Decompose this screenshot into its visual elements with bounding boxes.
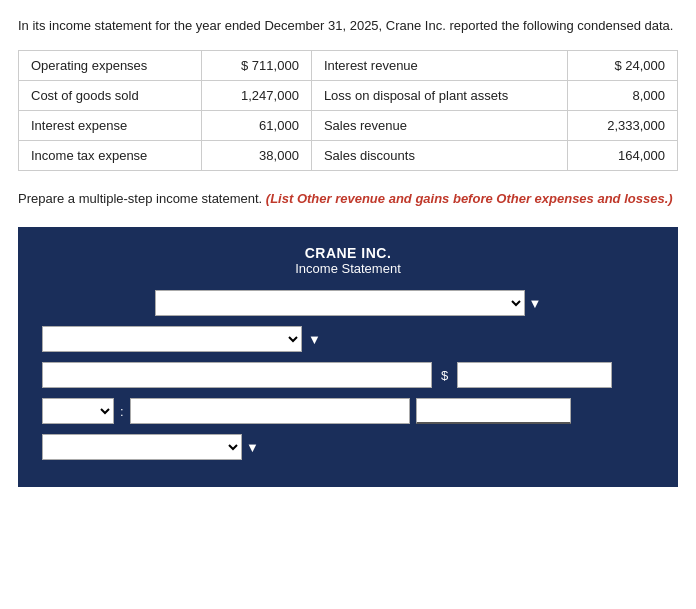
- period-dropdown[interactable]: [155, 290, 525, 316]
- deduction-row: :: [34, 398, 662, 424]
- instruction-text: Prepare a multiple-step income statement…: [18, 191, 266, 206]
- amount2-row2: 8,000: [568, 80, 678, 110]
- line-item-dropdown-1[interactable]: [42, 326, 302, 352]
- amount1-row1: $ 711,000: [202, 50, 312, 80]
- deduction-dropdown[interactable]: [42, 398, 114, 424]
- revenue-amount-input[interactable]: [457, 362, 612, 388]
- revenue-label-input[interactable]: [42, 362, 432, 388]
- amount1-row4: 38,000: [202, 140, 312, 170]
- label1-row2: Cost of goods sold: [19, 80, 202, 110]
- label2-row4: Sales discounts: [311, 140, 567, 170]
- label2-row1: Interest revenue: [311, 50, 567, 80]
- table-row: Operating expenses $ 711,000 Interest re…: [19, 50, 678, 80]
- colon-1: :: [120, 404, 124, 419]
- revenue-row: $: [34, 362, 662, 388]
- is-body: ▼ ▼ $ : ▼: [34, 280, 662, 484]
- company-name: CRANE INC.: [34, 245, 662, 261]
- table-row: Income tax expense 38,000 Sales discount…: [19, 140, 678, 170]
- table-row: Cost of goods sold 1,247,000 Loss on dis…: [19, 80, 678, 110]
- label1-row3: Interest expense: [19, 110, 202, 140]
- instruction: Prepare a multiple-step income statement…: [18, 189, 678, 210]
- amount1-row2: 1,247,000: [202, 80, 312, 110]
- deduction-label-input[interactable]: [130, 398, 410, 424]
- intro-text: In its income statement for the year end…: [18, 16, 678, 36]
- amount2-row4: 164,000: [568, 140, 678, 170]
- bottom-select-row: ▼: [34, 434, 662, 474]
- amount2-row3: 2,333,000: [568, 110, 678, 140]
- amount1-row3: 61,000: [202, 110, 312, 140]
- bottom-dropdown[interactable]: [42, 434, 242, 460]
- income-statement-panel: CRANE INC. Income Statement ▼ ▼ $: [18, 227, 678, 487]
- table-row: Interest expense 61,000 Sales revenue 2,…: [19, 110, 678, 140]
- is-header: CRANE INC. Income Statement: [34, 245, 662, 276]
- label1-row4: Income tax expense: [19, 140, 202, 170]
- period-row: ▼: [34, 290, 662, 316]
- label1-row1: Operating expenses: [19, 50, 202, 80]
- label2-row2: Loss on disposal of plant assets: [311, 80, 567, 110]
- amount2-row1: $ 24,000: [568, 50, 678, 80]
- instruction-highlight: (List Other revenue and gains before Oth…: [266, 191, 673, 206]
- data-table: Operating expenses $ 711,000 Interest re…: [18, 50, 678, 171]
- deduction-amount-input[interactable]: [416, 398, 571, 424]
- label2-row3: Sales revenue: [311, 110, 567, 140]
- statement-title: Income Statement: [34, 261, 662, 276]
- dollar-sign-1: $: [438, 368, 451, 383]
